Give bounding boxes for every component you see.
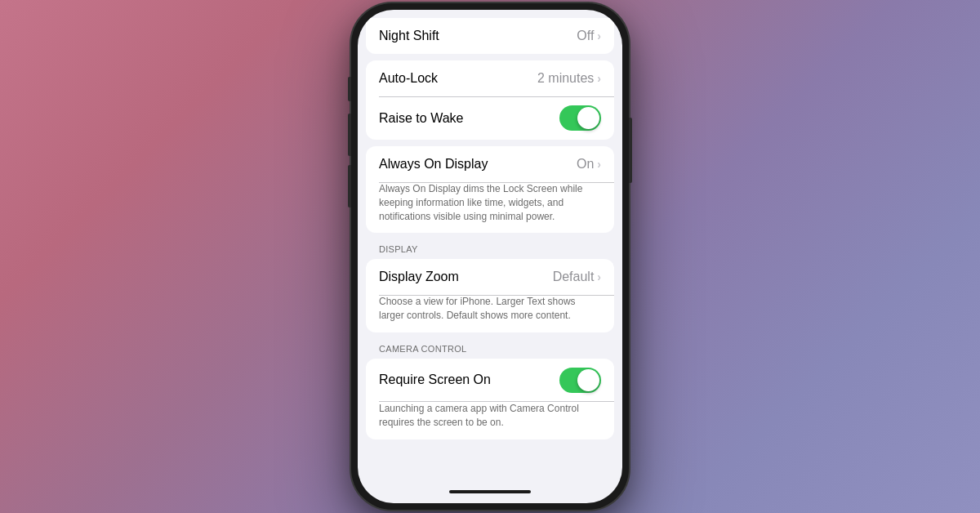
require-screen-on-description: Launching a camera app with Camera Contr…: [366, 402, 614, 439]
phone-screen: Night Shift Off › Auto-Lock 2 minutes › …: [358, 10, 622, 503]
display-zoom-label: Display Zoom: [379, 270, 553, 284]
always-on-display-description: Always On Display dims the Lock Screen w…: [366, 182, 614, 233]
display-zoom-description: Choose a view for iPhone. Larger Text sh…: [366, 295, 614, 332]
always-on-display-label: Always On Display: [379, 157, 577, 172]
always-on-display-chevron: ›: [597, 158, 601, 171]
home-indicator: [358, 480, 622, 503]
raise-to-wake-row[interactable]: Raise to Wake: [366, 96, 614, 140]
auto-lock-row[interactable]: Auto-Lock 2 minutes ›: [366, 60, 614, 96]
auto-lock-value: 2 minutes: [537, 71, 594, 86]
night-shift-label: Night Shift: [379, 29, 577, 43]
section-require-screen-on: Require Screen On Launching a camera app…: [366, 359, 614, 439]
section-display-zoom: Display Zoom Default › Choose a view for…: [366, 259, 614, 332]
display-zoom-value: Default: [553, 270, 595, 284]
section-night-shift: Night Shift Off ›: [366, 18, 614, 54]
auto-lock-label: Auto-Lock: [379, 71, 537, 86]
toggle-knob: [577, 107, 599, 129]
mute-button: [348, 77, 351, 101]
toggle-knob-2: [577, 369, 599, 391]
night-shift-chevron: ›: [597, 29, 601, 42]
always-on-display-value: On: [577, 157, 594, 172]
always-on-display-row[interactable]: Always On Display On ›: [366, 146, 614, 182]
camera-section-header: CAMERA CONTROL: [366, 339, 614, 357]
require-screen-on-row[interactable]: Require Screen On: [366, 359, 614, 402]
phone-frame: Night Shift Off › Auto-Lock 2 minutes › …: [351, 3, 629, 510]
require-screen-on-label: Require Screen On: [379, 372, 559, 387]
display-zoom-row[interactable]: Display Zoom Default ›: [366, 259, 614, 295]
volume-down-button: [348, 165, 351, 207]
settings-list: Night Shift Off › Auto-Lock 2 minutes › …: [358, 10, 622, 480]
section-autolock: Auto-Lock 2 minutes › Raise to Wake: [366, 60, 614, 140]
display-section-header: DISPLAY: [366, 239, 614, 257]
display-zoom-chevron: ›: [597, 270, 601, 283]
power-button: [629, 118, 632, 183]
raise-to-wake-toggle[interactable]: [559, 105, 601, 131]
auto-lock-chevron: ›: [597, 72, 601, 85]
require-screen-on-toggle[interactable]: [559, 368, 601, 393]
night-shift-row[interactable]: Night Shift Off ›: [366, 18, 614, 54]
section-always-on-display: Always On Display On › Always On Display…: [366, 146, 614, 233]
raise-to-wake-label: Raise to Wake: [379, 111, 559, 126]
night-shift-value: Off: [577, 29, 594, 43]
home-bar: [449, 490, 531, 493]
volume-up-button: [348, 114, 351, 156]
